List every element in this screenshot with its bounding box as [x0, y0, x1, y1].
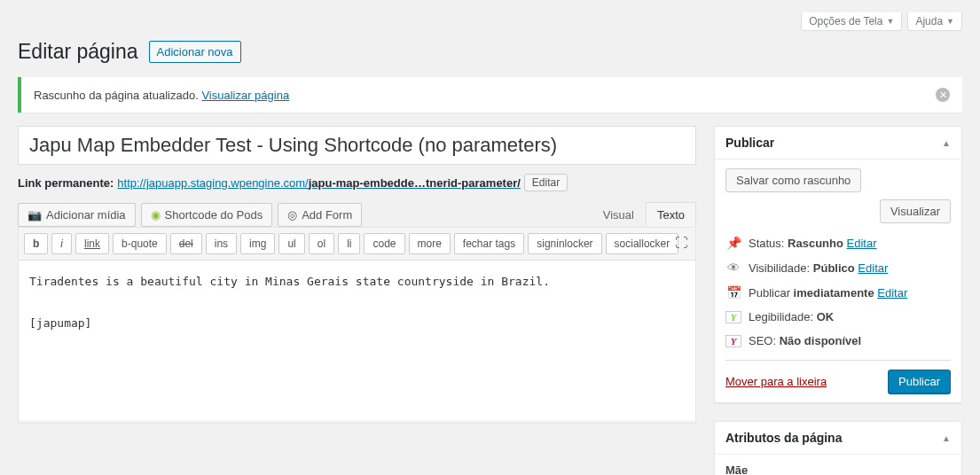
save-draft-button[interactable]: Salvar como rascunho	[725, 168, 861, 192]
dismiss-notice-button[interactable]: ✕	[936, 88, 950, 102]
add-form-button[interactable]: ◎Add Form	[278, 203, 362, 227]
permalink-url[interactable]: http://japuapp.staging.wpengine.com/japu…	[117, 176, 520, 190]
editor-toolbar: b i link b-quote del ins img ul ol li co…	[19, 228, 695, 261]
link-button[interactable]: link	[75, 233, 109, 254]
li-button[interactable]: li	[338, 233, 360, 254]
edit-status-link[interactable]: Editar	[847, 237, 877, 250]
yoast-readability-icon: Y	[725, 311, 741, 323]
del-button[interactable]: del	[170, 233, 202, 254]
form-icon: ◎	[287, 208, 297, 222]
yoast-seo-icon: Y	[725, 335, 741, 347]
edit-permalink-button[interactable]: Editar	[524, 174, 568, 191]
img-button[interactable]: img	[240, 233, 275, 254]
add-media-button[interactable]: 📷Adicionar mídia	[18, 203, 136, 227]
ol-button[interactable]: ol	[309, 233, 334, 254]
edit-schedule-link[interactable]: Editar	[877, 286, 907, 300]
eye-icon: 👁	[725, 261, 741, 275]
page-attributes-header[interactable]: Atributos da página ▲	[715, 422, 961, 455]
update-notice: Rascunho da página atualizado. Visualiza…	[18, 77, 962, 113]
add-new-button[interactable]: Adicionar nova	[149, 41, 241, 63]
bold-button[interactable]: b	[24, 233, 48, 254]
ins-button[interactable]: ins	[206, 233, 237, 254]
pods-shortcode-button[interactable]: ◉Shortcode do Pods	[141, 203, 273, 227]
camera-icon: 📷	[27, 208, 42, 222]
ul-button[interactable]: ul	[278, 233, 304, 254]
pin-icon: 📌	[725, 236, 741, 250]
chevron-up-icon: ▲	[942, 138, 951, 148]
chevron-down-icon: ▼	[946, 17, 954, 26]
signinlocker-button[interactable]: signinlocker	[528, 233, 601, 254]
pods-icon: ◉	[151, 208, 161, 222]
publish-button[interactable]: Publicar	[888, 370, 951, 393]
more-button[interactable]: more	[409, 233, 451, 254]
fullscreen-icon[interactable]: ⛶	[675, 235, 688, 250]
text-tab[interactable]: Texto	[646, 202, 696, 227]
preview-button[interactable]: Visualizar	[880, 199, 951, 223]
notice-text: Rascunho da página atualizado.	[34, 89, 201, 102]
calendar-icon: 📅	[725, 285, 741, 300]
close-tags-button[interactable]: fechar tags	[454, 233, 524, 254]
post-title-input[interactable]	[18, 126, 696, 165]
page-title: Editar página	[18, 40, 138, 64]
blockquote-button[interactable]: b-quote	[113, 233, 167, 254]
parent-label: Mãe	[725, 463, 951, 475]
sociallocker-button[interactable]: sociallocker	[606, 233, 679, 254]
help-tab[interactable]: Ajuda▼	[907, 12, 962, 31]
publish-box-header[interactable]: Publicar ▲	[715, 127, 961, 160]
move-to-trash-link[interactable]: Mover para a lixeira	[725, 375, 827, 388]
screen-options-tab[interactable]: Opções de Tela▼	[801, 12, 902, 31]
chevron-down-icon: ▼	[886, 17, 894, 26]
code-button[interactable]: code	[364, 233, 404, 254]
permalink-label: Link permanente:	[18, 176, 114, 190]
visual-tab[interactable]: Visual	[592, 202, 646, 227]
edit-visibility-link[interactable]: Editar	[858, 261, 888, 275]
chevron-up-icon: ▲	[942, 433, 951, 443]
content-editor[interactable]: Tiradentes is a beautiful city in Minas …	[19, 261, 695, 420]
italic-button[interactable]: i	[51, 233, 72, 254]
notice-preview-link[interactable]: Visualizar página	[201, 89, 289, 102]
